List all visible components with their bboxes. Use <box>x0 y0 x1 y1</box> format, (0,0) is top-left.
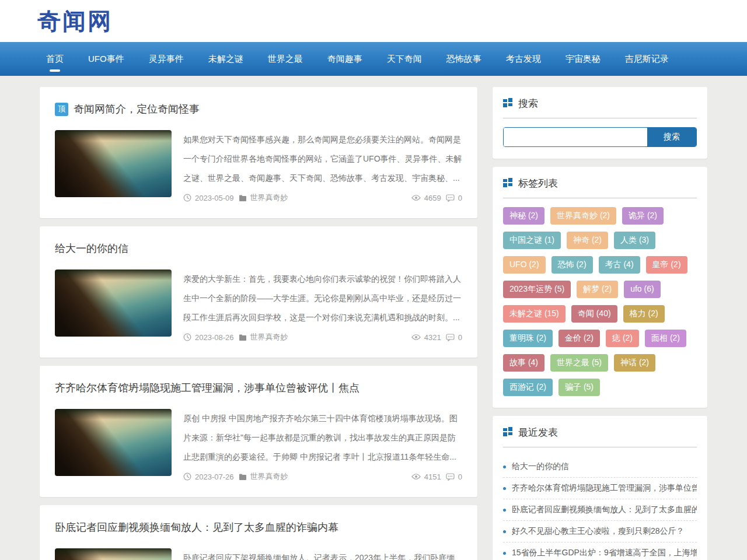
tags-widget: 标签列表 神秘 (2) 世界真奇妙 (2) 诡异 (2) 中国之谜 (1) 神奇… <box>493 167 707 408</box>
article-excerpt: 卧底记者回应下架视频换缅甸放人。记者表示，2023年上半年，我们卧底缅北 <box>183 548 462 560</box>
site-logo[interactable]: 奇闻网 <box>37 5 113 37</box>
bullet-icon <box>503 530 506 533</box>
tag-link[interactable]: 痣 (2) <box>606 330 639 347</box>
article-excerpt: 原创 中房报 中国房地产报齐齐哈尔第三十四中体育馆楼顶坍塌事故现场。图片来源：新… <box>183 409 462 467</box>
nav-item[interactable]: 首页 <box>34 42 76 76</box>
comments-count: 0 <box>458 194 462 202</box>
nav-item-link[interactable]: UFO事件 <box>76 42 137 76</box>
grid-icon <box>503 177 513 190</box>
views-icon <box>411 194 421 201</box>
nav-item-link[interactable]: 世界之最 <box>256 42 315 76</box>
recent-posts-widget: 最近发表 给大一的你的信 齐齐哈尔体育馆坍塌隐现施工管理漏洞，涉事单位曾 <box>493 416 707 560</box>
tag-link[interactable]: 解梦 (2) <box>577 281 618 298</box>
views-count: 4151 <box>424 473 441 481</box>
search-button[interactable]: 搜索 <box>647 128 696 146</box>
article-date: 2023-05-09 <box>195 194 234 202</box>
recent-post-link[interactable]: 卧底记者回应删视频换缅甸放人：见到了太多血腥的 <box>503 499 697 521</box>
article-thumbnail[interactable] <box>55 548 172 560</box>
tag-link[interactable]: 面相 (2) <box>645 330 686 347</box>
tag-link[interactable]: 2023年运势 (5) <box>503 281 571 298</box>
tag-link[interactable]: 诡异 (2) <box>622 207 664 225</box>
tag-link[interactable]: UFO (2) <box>503 256 546 274</box>
tag-link[interactable]: 考古 (4) <box>599 256 640 274</box>
tag-link[interactable]: 神秘 (2) <box>503 207 544 225</box>
tag-link[interactable]: 世界之最 (5) <box>550 354 608 372</box>
comments-icon <box>446 473 455 481</box>
article-card: 卧底记者回应删视频换缅甸放人：见到了太多血腥的诈骗内幕 卧底记者回应下架视频换缅… <box>40 505 477 560</box>
nav-item[interactable]: 考古发现 <box>494 42 553 76</box>
tag-link[interactable]: 神奇 (2) <box>567 232 608 249</box>
bullet-icon <box>503 552 506 555</box>
article-title[interactable]: 给大一的你的信 <box>55 242 128 256</box>
comments-count: 0 <box>458 333 462 342</box>
tag-link[interactable]: 人类 (3) <box>614 232 655 249</box>
recent-post-link[interactable]: 好久不见甜心教主王心凌啦，瘦到只剩28公斤？ <box>503 521 697 542</box>
search-widget: 搜索 搜索 <box>493 87 707 159</box>
article-title[interactable]: 奇闻网简介，定位奇闻怪事 <box>74 102 200 116</box>
nav-item[interactable]: 天下奇闻 <box>375 42 434 76</box>
recent-post-link[interactable]: 齐齐哈尔体育馆坍塌隐现施工管理漏洞，涉事单位曾 <box>503 478 697 499</box>
article-thumbnail[interactable] <box>55 270 172 337</box>
tag-link[interactable]: 中国之谜 (1) <box>503 232 561 249</box>
bullet-icon <box>503 466 506 468</box>
nav-item[interactable]: UFO事件 <box>76 42 137 76</box>
tag-link[interactable]: 金价 (2) <box>558 330 600 347</box>
article-card: 齐齐哈尔体育馆坍塌隐现施工管理漏洞，涉事单位曾被评优丨焦点 原创 中房报 中国房… <box>40 366 477 497</box>
article-title[interactable]: 齐齐哈尔体育馆坍塌隐现施工管理漏洞，涉事单位曾被评优丨焦点 <box>55 381 359 395</box>
nav-item-link[interactable]: 未解之谜 <box>196 42 256 76</box>
nav-item-link[interactable]: 天下奇闻 <box>375 42 434 76</box>
article-meta: 2023-07-26 世界真奇妙 <box>183 467 462 482</box>
article-card: 顶 奇闻网简介，定位奇闻怪事 如果您对天下奇闻怪事感兴趣，那么奇闻网是您必须要关… <box>40 87 477 218</box>
tag-link[interactable]: 格力 (2) <box>623 305 665 323</box>
folder-icon <box>239 334 247 341</box>
article-thumbnail[interactable] <box>55 130 172 197</box>
views-count: 4659 <box>424 194 441 202</box>
tag-link[interactable]: 恐怖 (2) <box>551 256 593 274</box>
nav-item[interactable]: 奇闻趣事 <box>315 42 375 76</box>
comments-icon <box>446 194 455 202</box>
nav-item-link[interactable]: 考古发现 <box>494 42 553 76</box>
tag-link[interactable]: 西游记 (2) <box>503 379 553 396</box>
nav-item[interactable]: 世界之最 <box>256 42 315 76</box>
article-category[interactable]: 世界真奇妙 <box>250 192 288 203</box>
article-excerpt: 亲爱的大学新生：首先，我要衷心地向你们表示诚挚的祝贺！你们即将踏入人生中一个全新… <box>183 270 462 327</box>
nav-item-link[interactable]: 宇宙奥秘 <box>553 42 613 76</box>
article-title[interactable]: 卧底记者回应删视频换缅甸放人：见到了太多血腥的诈骗内幕 <box>55 520 338 534</box>
tag-link[interactable]: 世界真奇妙 (2) <box>550 207 616 225</box>
views-icon <box>411 473 421 480</box>
article-list: 顶 奇闻网简介，定位奇闻怪事 如果您对天下奇闻怪事感兴趣，那么奇闻网是您必须要关… <box>40 87 477 560</box>
article-meta: 2023-05-09 世界真奇妙 <box>183 188 462 203</box>
search-input[interactable] <box>504 128 647 146</box>
nav-item-link[interactable]: 恐怖故事 <box>434 42 494 76</box>
article-category[interactable]: 世界真奇妙 <box>250 332 288 342</box>
nav-item[interactable]: 宇宙奥秘 <box>553 42 613 76</box>
article-thumbnail[interactable] <box>55 409 172 476</box>
tag-link[interactable]: 神话 (2) <box>614 354 655 372</box>
recent-post-link[interactable]: 15省份上半年GDP出炉：9省增速高于全国，上海增 <box>503 542 697 560</box>
tag-link[interactable]: 皇帝 (2) <box>646 256 687 274</box>
clock-icon <box>183 473 191 481</box>
tag-link[interactable]: 骗子 (5) <box>558 379 600 396</box>
views-icon <box>411 334 421 341</box>
article-category[interactable]: 世界真奇妙 <box>250 471 288 482</box>
nav-item[interactable]: 未解之谜 <box>196 42 256 76</box>
nav-item[interactable]: 灵异事件 <box>137 42 196 76</box>
tag-link[interactable]: 故事 (4) <box>503 354 544 372</box>
sidebar: 搜索 搜索 标签列表 神秘 (2) 世界真奇妙 (2) 诡 <box>493 87 707 560</box>
bullet-icon <box>503 509 506 512</box>
nav-item-link[interactable]: 灵异事件 <box>137 42 196 76</box>
widget-title: 标签列表 <box>518 177 558 190</box>
main-nav: 首页 UFO事件 灵异事件 未解之谜 世界之最 奇闻趣事 天下奇闻 <box>0 42 747 76</box>
tag-link[interactable]: ufo (6) <box>624 281 660 298</box>
nav-item-link[interactable]: 吉尼斯记录 <box>613 42 681 76</box>
tag-link[interactable]: 未解之谜 (15) <box>503 305 566 323</box>
recent-post-link[interactable]: 给大一的你的信 <box>503 456 697 478</box>
nav-item[interactable]: 恐怖故事 <box>434 42 494 76</box>
nav-item-link[interactable]: 奇闻趣事 <box>315 42 375 76</box>
tag-link[interactable]: 董明珠 (2) <box>503 330 553 347</box>
nav-item[interactable]: 吉尼斯记录 <box>613 42 681 76</box>
article-date: 2023-08-26 <box>195 333 234 342</box>
nav-item-link[interactable]: 首页 <box>34 42 76 76</box>
folder-icon <box>239 194 247 202</box>
tag-link[interactable]: 奇闻 (40) <box>571 305 617 323</box>
